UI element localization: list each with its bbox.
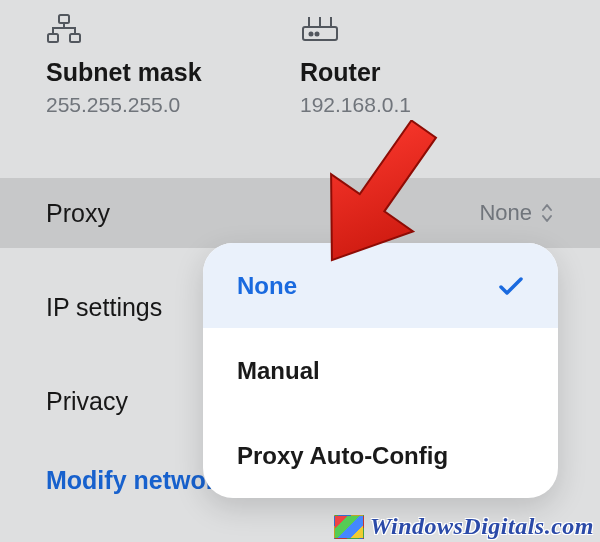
watermark-text: WindowsDigitals.com (370, 513, 594, 540)
modify-network-link[interactable]: Modify network (46, 466, 229, 495)
row-ip-label: IP settings (46, 293, 162, 322)
proxy-option-none[interactable]: None (203, 243, 558, 328)
proxy-options-popup: None Manual Proxy Auto-Config (203, 243, 558, 498)
subnet-label: Subnet mask (46, 58, 300, 87)
router-icon (300, 14, 554, 44)
subnet-block: Subnet mask 255.255.255.0 (46, 14, 300, 117)
check-icon (498, 276, 524, 296)
proxy-option-manual[interactable]: Manual (203, 328, 558, 413)
svg-rect-0 (59, 15, 69, 23)
svg-point-4 (310, 33, 313, 36)
watermark: WindowsDigitals.com (334, 513, 594, 540)
subnet-value: 255.255.255.0 (46, 93, 300, 117)
svg-rect-3 (303, 27, 337, 40)
svg-point-5 (316, 33, 319, 36)
watermark-logo-icon (334, 515, 364, 539)
svg-rect-2 (70, 34, 80, 42)
row-proxy-value: None (479, 200, 532, 226)
expand-collapse-icon (540, 202, 554, 224)
router-value: 192.168.0.1 (300, 93, 554, 117)
network-topology-icon (46, 14, 300, 44)
svg-rect-1 (48, 34, 58, 42)
proxy-option-pac[interactable]: Proxy Auto-Config (203, 413, 558, 498)
row-privacy-label: Privacy (46, 387, 128, 416)
proxy-option-manual-label: Manual (237, 357, 320, 385)
router-block: Router 192.168.0.1 (300, 14, 554, 117)
proxy-option-pac-label: Proxy Auto-Config (237, 442, 448, 470)
settings-screen: Subnet mask 255.255.255.0 Router 192.168… (0, 0, 600, 542)
row-proxy[interactable]: Proxy None (0, 178, 600, 248)
row-proxy-value-group: None (479, 200, 554, 226)
row-proxy-label: Proxy (46, 199, 110, 228)
network-info-row: Subnet mask 255.255.255.0 Router 192.168… (0, 14, 600, 117)
proxy-option-none-label: None (237, 272, 297, 300)
router-label: Router (300, 58, 554, 87)
